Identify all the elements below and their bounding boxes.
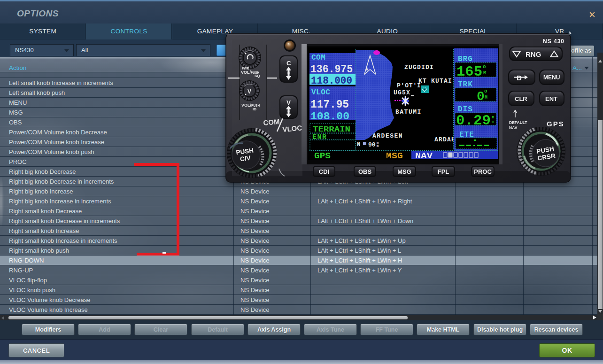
svg-text:C: C: [286, 60, 291, 67]
svg-text:0: 0: [477, 89, 485, 104]
svg-text:MSG: MSG: [386, 151, 403, 161]
svg-text:CDI: CDI: [319, 168, 329, 175]
svg-text:C/V: C/V: [240, 155, 251, 163]
svg-text:m: m: [377, 144, 379, 148]
svg-text:DEFAULT: DEFAULT: [509, 120, 527, 125]
svg-text:SQ: SQ: [255, 74, 260, 78]
svg-text:GPS: GPS: [314, 151, 331, 161]
svg-text:NS 430: NS 430: [543, 38, 564, 45]
svg-text:CLR: CLR: [515, 95, 527, 102]
svg-text:MENU: MENU: [543, 74, 560, 81]
svg-text:o: o: [483, 64, 486, 70]
svg-text:ARDESEN: ARDESEN: [372, 132, 403, 139]
svg-text:V: V: [286, 99, 291, 106]
svg-text:165: 165: [456, 64, 482, 80]
svg-text:PWR: PWR: [242, 67, 249, 70]
svg-text:P'OT'I: P'OT'I: [397, 82, 421, 89]
svg-text:ENR: ENR: [312, 133, 327, 141]
svg-text:ENT: ENT: [545, 95, 557, 102]
svg-text:M: M: [485, 95, 487, 100]
svg-text:VOL/PUSH: VOL/PUSH: [241, 103, 260, 108]
svg-text:FPL: FPL: [438, 168, 449, 175]
svg-text:BATUMI: BATUMI: [395, 108, 422, 116]
svg-text:ARDAH: ARDAH: [434, 136, 456, 143]
svg-text:ID: ID: [253, 107, 256, 111]
svg-text:N: N: [357, 141, 360, 148]
svg-text:o: o: [484, 88, 487, 94]
svg-text:OBS: OBS: [358, 168, 372, 175]
svg-text:V: V: [247, 88, 251, 95]
svg-text:n: n: [492, 115, 494, 120]
svg-text:VLOC: VLOC: [311, 88, 330, 97]
svg-text:UG5X: UG5X: [394, 89, 410, 96]
svg-text:PROC: PROC: [474, 168, 492, 175]
svg-text:136.975: 136.975: [310, 63, 353, 76]
svg-text:118.000: 118.000: [311, 75, 352, 87]
svg-text:NAV: NAV: [509, 125, 518, 130]
svg-text:117.95: 117.95: [310, 98, 349, 111]
svg-text:N: N: [366, 67, 368, 72]
svg-text:COM: COM: [263, 117, 280, 127]
svg-text:RNG: RNG: [526, 50, 541, 58]
svg-text:90: 90: [368, 141, 376, 148]
svg-text:BRG: BRG: [458, 55, 473, 63]
svg-text:m: m: [492, 120, 495, 124]
svg-text:GPS: GPS: [547, 120, 564, 128]
svg-text:DIS: DIS: [458, 105, 473, 114]
svg-text:TERRAIN: TERRAIN: [313, 125, 350, 134]
svg-text:VLOC: VLOC: [282, 124, 302, 133]
svg-text:ETE: ETE: [459, 131, 474, 139]
svg-text:KT KUTAI: KT KUTAI: [418, 77, 452, 85]
svg-text:0.29: 0.29: [456, 113, 491, 129]
svg-text:ZUGDIDI: ZUGDIDI: [404, 64, 434, 71]
svg-text:108.00: 108.00: [310, 111, 349, 123]
svg-text:COM: COM: [311, 54, 325, 62]
svg-text:NAV: NAV: [415, 151, 433, 161]
svg-text:TRK: TRK: [458, 80, 473, 89]
svg-text:M: M: [483, 70, 486, 76]
svg-text:MSG: MSG: [397, 168, 411, 175]
